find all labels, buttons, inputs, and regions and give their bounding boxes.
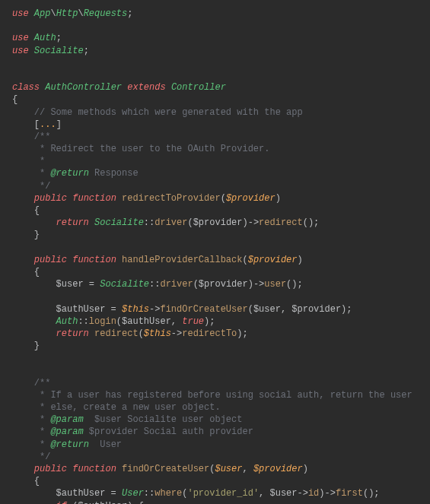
fold-open: [: [34, 119, 40, 130]
fn-findorcreateuser: findOrCreateUser: [160, 304, 247, 315]
docblock: User: [89, 439, 122, 450]
docblock: *: [34, 168, 51, 179]
code-line: use App\Http\Requests;: [12, 8, 132, 19]
code-line: [...]: [12, 119, 62, 130]
cls-socialite: Socialite: [100, 279, 149, 290]
code-line: {: [12, 267, 40, 277]
var-user: $user: [215, 464, 242, 474]
var-provider: $provider: [226, 193, 276, 204]
fold-ellipsis: ...: [40, 119, 56, 130]
keyword-return: return: [56, 328, 89, 339]
fn-driver: driver: [154, 217, 187, 228]
str-provider-id: 'provider_id': [187, 488, 259, 499]
docblock: * else, create a new user object.: [34, 402, 221, 413]
code-line: * @return Response: [12, 168, 139, 179]
fn-redirect: redirect: [259, 217, 303, 228]
code-line: {: [12, 94, 18, 105]
var-this: $this: [144, 328, 171, 339]
code-line: *: [12, 156, 45, 166]
keyword-public: public: [34, 255, 67, 265]
keyword-class: class: [12, 82, 40, 93]
var-provider: $provider: [253, 464, 303, 474]
docblock: /**: [34, 132, 51, 142]
var-user: $user: [56, 279, 84, 290]
keyword-true: true: [182, 316, 204, 327]
fn-first: first: [336, 488, 363, 499]
code-line: use Socialite;: [12, 46, 89, 56]
fn-login: login: [89, 316, 116, 327]
cls-auth: Auth: [56, 316, 78, 327]
code-line: * @return User: [12, 439, 122, 450]
docblock: $user Socialite user object: [84, 414, 243, 425]
docblock: * If a user has registered before using …: [34, 390, 412, 401]
code-line: Auth::login($authUser, true);: [12, 316, 215, 327]
keyword-use: use: [12, 46, 29, 56]
cls-controller: Controller: [171, 82, 226, 93]
doc-tag-param: @param: [50, 414, 83, 425]
ns-app: App: [34, 8, 51, 19]
code-line: }: [12, 341, 40, 351]
docblock: */: [34, 452, 51, 462]
comment: // Some methods which were generated wit…: [34, 107, 303, 118]
doc-tag-return: @return: [50, 168, 88, 179]
docblock: * Redirect the user to the OAuth Provide…: [34, 144, 270, 154]
code-line: public function findOrCreateUser($user, …: [12, 464, 308, 474]
keyword-public: public: [34, 464, 67, 474]
keyword-extends: extends: [127, 82, 165, 93]
fn-handleprovidercallback: handleProviderCallback: [122, 255, 242, 265]
docblock: *: [34, 439, 51, 450]
doc-tag-return: @return: [50, 439, 88, 450]
code-line: // Some methods which were generated wit…: [12, 107, 303, 118]
var-this: $this: [122, 304, 149, 315]
code-line: }: [12, 230, 40, 240]
ns-http: Http: [56, 8, 78, 19]
ns-requests: Requests: [84, 8, 128, 19]
fn-where: where: [154, 488, 182, 499]
keyword-function: function: [72, 255, 116, 265]
code-line: * @param $provider Social auth provider: [12, 426, 253, 437]
code-line: * else, create a new user object.: [12, 402, 221, 413]
docblock: */: [34, 181, 51, 192]
cls-socialite: Socialite: [34, 46, 84, 56]
code-line: public function handleProviderCallback($…: [12, 255, 303, 265]
cls-auth: Auth: [34, 33, 56, 43]
code-line: * @param $user Socialite user object: [12, 414, 242, 425]
code-line: class AuthController extends Controller: [12, 82, 226, 93]
code-line: $authUser = User::where('provider_id', $…: [12, 488, 380, 499]
fold-close: ]: [56, 119, 62, 130]
var-provider: $provider: [248, 255, 298, 265]
cls-authcontroller: AuthController: [45, 82, 122, 93]
prop-id: id: [308, 488, 319, 499]
code-line: public function redirectToProvider($prov…: [12, 193, 281, 204]
fn-redirecttoprovider: redirectToProvider: [122, 193, 221, 204]
code-line: /**: [12, 132, 50, 142]
code-line: $authUser = $this->findOrCreateUser($use…: [12, 304, 352, 315]
code-line: return redirect($this->redirectTo);: [12, 328, 248, 339]
code-line: {: [12, 205, 40, 216]
code-line: {: [12, 476, 40, 487]
var-authuser: $authUser: [56, 488, 106, 499]
keyword-use: use: [12, 33, 29, 43]
code-line: if ($authUser) {: [12, 501, 144, 505]
cls-user: User: [122, 488, 144, 499]
var-authuser: $authUser: [56, 304, 106, 315]
fn-redirect: redirect: [94, 328, 139, 339]
code-editor[interactable]: use App\Http\Requests; use Auth; use Soc…: [0, 0, 430, 504]
keyword-if: if: [56, 501, 67, 505]
docblock: Response: [89, 168, 139, 179]
code-line: * If a user has registered before using …: [12, 390, 412, 401]
fn-findorcreateuser: findOrCreateUser: [122, 464, 209, 474]
docblock: /**: [34, 378, 51, 388]
keyword-use: use: [12, 8, 29, 19]
docblock: *: [34, 156, 45, 166]
docblock: $provider Social auth provider: [84, 426, 253, 437]
code-line: $user = Socialite::driver($provider)->us…: [12, 279, 303, 290]
doc-tag-param: @param: [50, 426, 83, 437]
docblock: *: [34, 414, 51, 425]
code-line: return Socialite::driver($provider)->red…: [12, 217, 319, 228]
prop-redirectto: redirectTo: [182, 328, 237, 339]
keyword-public: public: [34, 193, 67, 204]
keyword-return: return: [56, 217, 89, 228]
keyword-function: function: [72, 464, 116, 474]
code-line: /**: [12, 378, 50, 388]
